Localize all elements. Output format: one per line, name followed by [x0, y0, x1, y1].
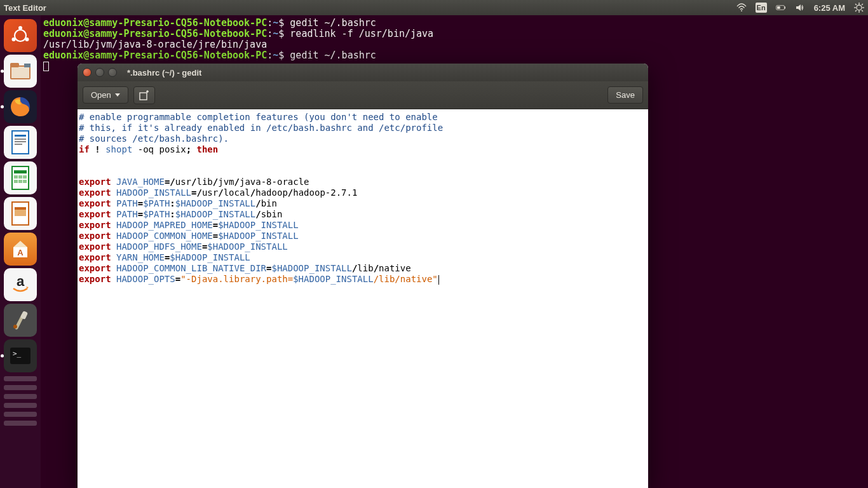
- svg-line-11: [862, 4, 863, 5]
- launcher-stack: [4, 412, 37, 417]
- new-tab-button[interactable]: [133, 86, 155, 104]
- launcher-software[interactable]: A: [4, 233, 37, 266]
- launcher-calc[interactable]: [4, 161, 37, 194]
- svg-text:A: A: [17, 248, 24, 257]
- svg-rect-25: [15, 141, 26, 142]
- launcher-stack: [4, 421, 37, 426]
- svg-rect-28: [14, 170, 27, 173]
- terminal-cursor: [43, 62, 49, 71]
- svg-point-4: [857, 5, 862, 10]
- svg-line-10: [862, 10, 863, 11]
- launcher-stack: [4, 394, 37, 399]
- launcher-firefox[interactable]: [4, 90, 37, 123]
- svg-rect-37: [15, 207, 26, 210]
- launcher-writer[interactable]: [4, 126, 37, 159]
- svg-rect-32: [14, 180, 18, 183]
- launcher-terminal[interactable]: >_: [4, 339, 37, 372]
- svg-rect-29: [14, 175, 18, 179]
- open-button[interactable]: Open: [83, 86, 128, 104]
- session-gear-icon[interactable]: [854, 3, 864, 13]
- svg-rect-18: [11, 67, 29, 78]
- launcher-dash[interactable]: [4, 19, 37, 52]
- svg-rect-30: [18, 175, 22, 179]
- launcher-stack: [4, 385, 37, 390]
- battery-icon[interactable]: [776, 3, 786, 13]
- svg-rect-31: [23, 175, 27, 179]
- svg-line-9: [855, 4, 857, 5]
- svg-rect-34: [23, 180, 27, 183]
- window-maximize-button[interactable]: [108, 68, 117, 77]
- editor-textarea[interactable]: # enable programmable completion feature…: [78, 109, 648, 488]
- svg-rect-33: [18, 180, 22, 183]
- save-button[interactable]: Save: [607, 86, 643, 104]
- svg-point-14: [18, 26, 22, 30]
- svg-rect-20: [24, 64, 31, 67]
- svg-point-15: [12, 37, 16, 41]
- system-tray: En 6:25 AM: [736, 3, 864, 13]
- gedit-titlebar[interactable]: *.bashrc (~/) - gedit: [78, 64, 648, 81]
- unity-launcher: A a >_: [0, 15, 41, 488]
- launcher-impress[interactable]: [4, 197, 37, 230]
- gedit-window: *.bashrc (~/) - gedit Open Save # enable…: [78, 64, 648, 488]
- svg-rect-3: [777, 6, 780, 9]
- app-menu-title[interactable]: Text Editor: [4, 3, 46, 13]
- svg-point-42: [13, 325, 17, 329]
- svg-point-16: [25, 37, 29, 41]
- gedit-window-title: *.bashrc (~/) - gedit: [127, 68, 201, 78]
- svg-text:>_: >_: [13, 349, 22, 358]
- wifi-icon[interactable]: [736, 3, 747, 13]
- window-minimize-button[interactable]: [95, 68, 104, 77]
- svg-rect-2: [784, 6, 785, 8]
- editor-cursor: [438, 275, 439, 285]
- svg-rect-23: [15, 135, 26, 137]
- save-button-label: Save: [616, 90, 635, 100]
- window-close-button[interactable]: [83, 68, 92, 77]
- volume-icon[interactable]: [795, 3, 805, 13]
- svg-rect-24: [15, 139, 26, 140]
- svg-rect-50: [140, 93, 147, 100]
- launcher-stack: [4, 376, 37, 381]
- launcher-settings[interactable]: [4, 304, 37, 337]
- keyboard-layout-indicator[interactable]: En: [756, 3, 767, 13]
- launcher-files[interactable]: [4, 55, 37, 88]
- launcher-amazon[interactable]: a: [4, 268, 37, 301]
- svg-line-12: [855, 10, 857, 11]
- svg-rect-26: [15, 144, 22, 145]
- svg-rect-19: [10, 63, 19, 67]
- svg-text:a: a: [17, 273, 25, 289]
- clock[interactable]: 6:25 AM: [814, 3, 845, 13]
- gedit-toolbar: Open Save: [78, 81, 648, 109]
- top-menu-bar: Text Editor En 6:25 AM: [0, 0, 868, 15]
- launcher-stack: [4, 403, 37, 408]
- open-button-label: Open: [91, 90, 111, 100]
- svg-point-0: [741, 10, 742, 11]
- chevron-down-icon: [115, 93, 120, 97]
- svg-point-13: [15, 30, 26, 41]
